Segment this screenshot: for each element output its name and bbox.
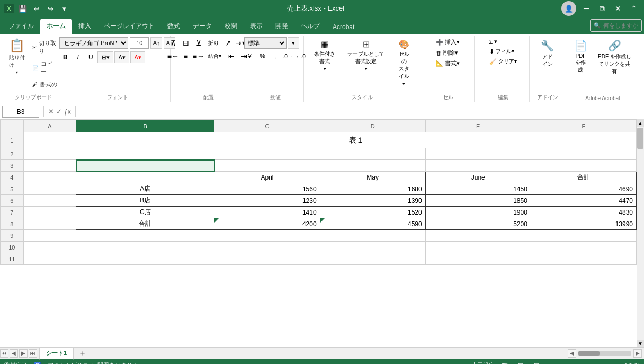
cell-e3[interactable]	[425, 160, 531, 172]
cell-e5[interactable]: 1450	[425, 183, 531, 195]
cell-f10[interactable]	[531, 242, 636, 253]
cell-a7[interactable]	[23, 207, 76, 218]
cell-c5[interactable]: 1560	[214, 183, 320, 195]
cell-a9[interactable]	[23, 230, 76, 242]
sheet-nav-prev[interactable]: ◀	[10, 349, 18, 358]
cell-d7[interactable]: 1520	[320, 207, 425, 218]
tab-view[interactable]: 表示	[244, 19, 269, 34]
cell-c3[interactable]	[214, 160, 320, 172]
fill-btn[interactable]: ⬇ フィル▾	[487, 47, 519, 56]
cell-a2[interactable]	[23, 148, 76, 160]
addin-btn[interactable]: 🔧 アドイン	[537, 37, 558, 70]
zoom-in-btn[interactable]: ＋	[605, 359, 616, 364]
sheet-nav-first[interactable]: ⏮	[0, 349, 8, 358]
scroll-thumb[interactable]	[637, 128, 643, 149]
cell-f6[interactable]: 4470	[531, 195, 636, 207]
align-left-btn[interactable]: ≡←	[167, 50, 179, 62]
help-search[interactable]: 🔍 何をしますか	[590, 19, 642, 32]
cell-b9[interactable]	[76, 230, 214, 242]
close-btn[interactable]: ✕	[612, 3, 624, 14]
cell-b2[interactable]	[76, 148, 214, 160]
cell-b8[interactable]: 合計	[76, 218, 214, 230]
save-quick-btn[interactable]: 💾	[17, 3, 29, 14]
cell-d5[interactable]: 1680	[320, 183, 425, 195]
cell-a3[interactable]	[23, 160, 76, 172]
cell-f9[interactable]	[531, 230, 636, 242]
col-header-b[interactable]: B	[76, 120, 214, 132]
merge-btn[interactable]: 結合▾	[205, 50, 225, 62]
cell-d11[interactable]	[320, 253, 425, 265]
col-header-d[interactable]: D	[320, 120, 425, 132]
undo-quick-btn[interactable]: ↩	[31, 3, 42, 14]
cell-d9[interactable]	[320, 230, 425, 242]
sheet-nav-next[interactable]: ▶	[19, 349, 28, 358]
cell-f2[interactable]	[531, 148, 636, 160]
cell-a6[interactable]	[23, 195, 76, 207]
zoom-level[interactable]: 145%	[621, 362, 640, 364]
cell-e10[interactable]	[425, 242, 531, 253]
page-break-view-btn[interactable]: ⊟	[531, 359, 542, 364]
h-scroll-thumb[interactable]	[578, 351, 600, 356]
clear-btn[interactable]: 🧹 クリア▾	[487, 57, 519, 66]
hscroll-left[interactable]: ◀	[568, 349, 576, 358]
font-size-input[interactable]	[130, 37, 149, 49]
cell-reference-input[interactable]	[2, 106, 39, 118]
format-painter-btn[interactable]: 🖌 書式の	[29, 78, 61, 91]
font-color-btn[interactable]: A▾	[130, 51, 145, 63]
cell-a10[interactable]	[23, 242, 76, 253]
zoom-out-btn[interactable]: −	[547, 359, 558, 364]
add-sheet-btn[interactable]: ＋	[75, 347, 91, 360]
cell-f7[interactable]: 4830	[531, 207, 636, 218]
vertical-scrollbar[interactable]: ▲ ▼	[637, 119, 644, 347]
cell-b6[interactable]: B店	[76, 195, 214, 207]
font-name-select[interactable]: ヒラギノ角ゴ ProN W3	[59, 37, 128, 49]
pdf-create-btn[interactable]: 📄 PDFを作成	[570, 37, 592, 76]
tab-acrobat[interactable]: Acrobat	[326, 20, 361, 34]
sheet-tab-1[interactable]: シート1	[39, 347, 74, 360]
scroll-down-btn[interactable]: ▼	[637, 340, 644, 347]
hscroll-right[interactable]: ▶	[633, 349, 642, 358]
bold-btn[interactable]: B	[59, 51, 71, 63]
cell-styles-btn[interactable]: 🎨 セルのスタイル ▾	[393, 37, 415, 88]
page-layout-view-btn[interactable]: ⊞	[515, 359, 526, 364]
cell-e8[interactable]: 5200	[425, 218, 531, 230]
increase-decimal-btn[interactable]: .0→	[282, 50, 294, 62]
cell-c9[interactable]	[214, 230, 320, 242]
cell-b5[interactable]: A店	[76, 183, 214, 195]
cell-c11[interactable]	[214, 253, 320, 265]
cell-a5[interactable]	[23, 183, 76, 195]
cell-b11[interactable]	[76, 253, 214, 265]
cancel-formula-icon[interactable]: ✕	[48, 108, 54, 116]
number-format-expand-btn[interactable]: ▾	[288, 37, 299, 49]
view-settings-label[interactable]: 表示設定	[471, 361, 495, 365]
minimize-btn[interactable]: ─	[580, 3, 592, 14]
col-header-e[interactable]: E	[425, 120, 531, 132]
cell-c10[interactable]	[214, 242, 320, 253]
restore-btn[interactable]: ⧉	[596, 3, 608, 14]
h-scrollbar[interactable]	[578, 351, 631, 356]
normal-view-btn[interactable]: ▦	[499, 359, 511, 364]
italic-btn[interactable]: I	[72, 51, 84, 63]
cell-a4[interactable]	[23, 172, 76, 183]
cell-b7[interactable]: C店	[76, 207, 214, 218]
cell-d10[interactable]	[320, 242, 425, 253]
sheet-nav-last[interactable]: ⏭	[29, 349, 37, 358]
thousands-btn[interactable]: ,	[270, 50, 281, 62]
scroll-up-btn[interactable]: ▲	[637, 119, 644, 127]
cell-f11[interactable]	[531, 253, 636, 265]
cell-b10[interactable]	[76, 242, 214, 253]
autosum-btn[interactable]: Σ ▾	[487, 37, 519, 46]
formula-input[interactable]	[80, 106, 642, 118]
format-cells-btn[interactable]: 📐 書式▾	[434, 58, 462, 68]
paste-btn[interactable]: 📋 貼り付け ▾	[6, 37, 28, 76]
tab-formulas[interactable]: 数式	[161, 19, 186, 34]
tab-help[interactable]: ヘルプ	[294, 19, 326, 34]
align-bottom-btn[interactable]: ⊻	[193, 37, 204, 49]
decrease-indent-btn[interactable]: ⇤	[226, 50, 237, 62]
cell-a8[interactable]	[23, 218, 76, 230]
cell-b3[interactable]	[76, 160, 214, 172]
cell-a11[interactable]	[23, 253, 76, 265]
copy-btn[interactable]: 📄 コピー	[29, 58, 61, 78]
cell-e9[interactable]	[425, 230, 531, 242]
cell-f4[interactable]: 合計	[531, 172, 636, 183]
